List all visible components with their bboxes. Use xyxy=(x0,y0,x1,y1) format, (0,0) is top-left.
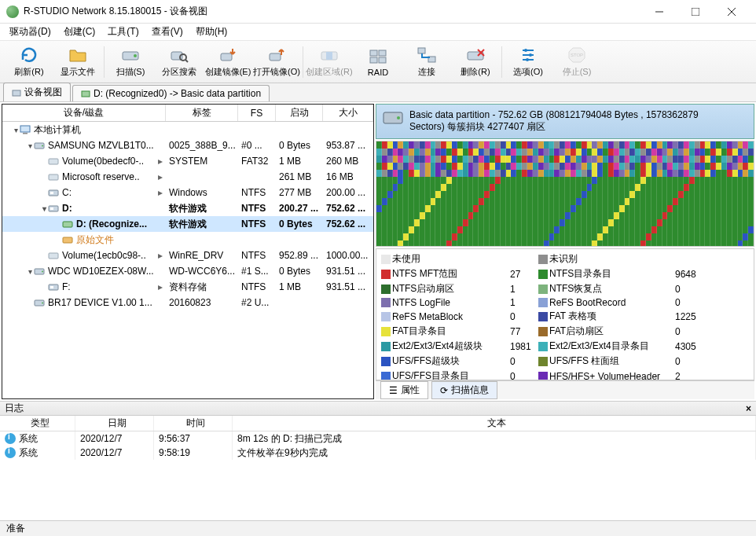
menu-view[interactable]: 查看(V) xyxy=(145,24,189,40)
col-device[interactable]: 设备/磁盘 xyxy=(2,105,166,121)
legend-swatch xyxy=(538,255,548,264)
tree-row[interactable]: 原始文件 xyxy=(2,232,373,248)
svg-point-26 xyxy=(529,53,532,57)
log-header: 日志 × xyxy=(0,402,756,416)
toolbar-showfiles-button[interactable]: 显示文件 xyxy=(53,42,102,82)
vol-icon xyxy=(48,172,59,182)
legend-value: 0 xyxy=(675,284,706,295)
svg-rect-14 xyxy=(379,50,386,56)
main-area: 设备/磁盘 标签 FS 启动 大小 ▾本地计算机▾SAMSUNG MZVLB1T… xyxy=(0,102,756,401)
tree-body[interactable]: ▾本地计算机▾SAMSUNG MZVLB1T0...0025_388B_9...… xyxy=(2,122,373,398)
tree-row[interactable]: C:▸WindowsNTFS277 MB200.00 ... xyxy=(2,185,373,200)
legend-value: 0 xyxy=(510,371,538,381)
svg-rect-39 xyxy=(50,192,53,194)
hdd-icon xyxy=(34,298,45,307)
log-col-time[interactable]: 时间 xyxy=(154,416,233,431)
tree-row[interactable]: ▾SAMSUNG MZVLB1T0...0025_388B_9...#0 ...… xyxy=(2,138,373,153)
openimage-icon xyxy=(266,46,288,64)
log-columns: 类型 日期 时间 文本 xyxy=(0,416,756,431)
hdd-icon xyxy=(383,109,403,128)
legend-value: 1 xyxy=(510,297,538,308)
tree-row[interactable]: ▾本地计算机 xyxy=(2,122,373,138)
log-col-type[interactable]: 类型 xyxy=(0,416,75,431)
close-button[interactable] xyxy=(714,0,750,24)
svg-point-5 xyxy=(134,54,137,57)
legend-value: 0 xyxy=(675,356,706,367)
document-tabs: 设备视图D: (Recognized0) -> Basic data parti… xyxy=(0,83,756,102)
toolbar-createimage-button[interactable]: 创建镜像(E) xyxy=(204,42,252,82)
legend-value: 77 xyxy=(510,326,538,337)
toolbar-removescan-button[interactable]: 删除(R) xyxy=(451,42,500,82)
doctab-1[interactable]: D: (Recognized0) -> Basic data partition xyxy=(72,85,270,101)
rec-icon xyxy=(62,219,73,229)
menu-help[interactable]: 帮助(H) xyxy=(189,24,234,40)
legend-label: FAT目录条目 xyxy=(392,325,510,338)
toolbar-regionsearch-button[interactable]: 分区搜索 xyxy=(155,42,204,82)
scan-map[interactable] xyxy=(376,141,754,247)
menu-create[interactable]: 创建(C) xyxy=(57,24,102,40)
legend-label: ReFS MetaBlock xyxy=(392,311,510,322)
legend-value: 9648 xyxy=(675,269,706,280)
legend-value: 0 xyxy=(675,297,706,308)
col-size[interactable]: 大小 xyxy=(323,105,373,121)
toolbar-refresh-button[interactable]: 刷新(R) xyxy=(5,42,53,82)
legend-label: NTFS启动扇区 xyxy=(392,282,510,296)
toolbar-createregion-button: 创建区域(R) xyxy=(305,42,354,82)
tab-properties[interactable]: ☰属性 xyxy=(380,381,428,399)
legend-label: Ext2/Ext3/Ext4目录条目 xyxy=(549,340,675,353)
tree-row[interactable]: ▾D:软件游戏NTFS200.27 ...752.62 ... xyxy=(2,200,373,216)
computer-icon xyxy=(20,125,31,134)
svg-point-46 xyxy=(42,271,43,273)
tree-row[interactable]: Volume(1ecb0c98-..▸WinRE_DRVNTFS952.89 .… xyxy=(2,248,373,263)
menu-drive[interactable]: 驱动器(D) xyxy=(3,24,57,40)
toolbar-openimage-button[interactable]: 打开镜像(O) xyxy=(252,42,301,82)
legend-swatch xyxy=(381,342,391,351)
options-icon xyxy=(517,46,539,64)
log-row[interactable]: 系统2020/12/79:56:378m 12s 的 D: 扫描已完成 xyxy=(0,431,756,446)
legend-label: 未识别 xyxy=(549,252,675,266)
tree-row[interactable]: BR17 DEVICE V1.00 1...20160823#2 U... xyxy=(2,295,373,310)
log-col-date[interactable]: 日期 xyxy=(75,416,154,431)
partition-info-text: Basic data partition - 752.62 GB (808121… xyxy=(409,109,699,134)
minimize-button[interactable] xyxy=(641,0,677,24)
regionsearch-icon xyxy=(168,46,190,64)
title-bar: R-STUDIO Network 8.15.180015 - 设备视图 xyxy=(0,0,756,24)
log-title: 日志 xyxy=(5,402,24,415)
log-row[interactable]: 系统2020/12/79:58:19文件枚举在9秒内完成 xyxy=(0,446,756,460)
legend-swatch xyxy=(381,327,391,336)
tab-scaninfo[interactable]: ⟳扫描信息 xyxy=(431,381,497,399)
vol-icon xyxy=(48,251,59,260)
log-body[interactable]: 系统2020/12/79:56:378m 12s 的 D: 扫描已完成系统202… xyxy=(0,431,756,520)
toolbar-options-button[interactable]: 选项(O) xyxy=(504,42,552,82)
doctab-0[interactable]: 设备视图 xyxy=(3,83,71,101)
info-icon xyxy=(5,447,16,458)
tree-header: 设备/磁盘 标签 FS 启动 大小 xyxy=(2,105,373,122)
col-fs[interactable]: FS xyxy=(238,105,276,121)
svg-rect-9 xyxy=(221,53,232,61)
log-close-icon[interactable]: × xyxy=(746,403,751,414)
tree-row[interactable]: Microsoft reserve..▸261 MB16 MB xyxy=(2,169,373,185)
hdd-icon xyxy=(34,141,45,150)
tree-row[interactable]: F:▸资料存储NTFS1 MB931.51 ... xyxy=(2,279,373,295)
svg-rect-31 xyxy=(82,91,90,97)
tree-row[interactable]: D: (Recognize...软件游戏NTFS0 Bytes752.62 ..… xyxy=(2,216,373,232)
tree-row[interactable]: ▾WDC WD10EZEX-08W...WD-WCC6Y6...#1 S...0… xyxy=(2,263,373,279)
svg-rect-10 xyxy=(270,53,281,61)
col-label[interactable]: 标签 xyxy=(166,105,238,121)
tree-row[interactable]: Volume(0bedecf0-..▸SYSTEMFAT321 MB260 MB xyxy=(2,153,373,169)
toolbar-connect-button[interactable]: 连接 xyxy=(402,42,451,82)
device-tree-panel: 设备/磁盘 标签 FS 启动 大小 ▾本地计算机▾SAMSUNG MZVLB1T… xyxy=(2,104,374,399)
legend-swatch xyxy=(538,372,548,381)
menu-tool[interactable]: 工具(T) xyxy=(101,24,145,40)
legend-swatch xyxy=(538,285,548,294)
toolbar-scan-button[interactable]: 扫描(S) xyxy=(106,42,155,82)
log-col-text[interactable]: 文本 xyxy=(233,416,756,431)
legend-swatch xyxy=(538,270,548,279)
maximize-button[interactable] xyxy=(677,0,714,24)
legend-swatch xyxy=(381,298,391,307)
toolbar-raid-button[interactable]: RAID xyxy=(354,42,402,82)
legend-swatch xyxy=(381,372,391,381)
status-bar: 准备 xyxy=(0,520,756,536)
col-start[interactable]: 启动 xyxy=(276,105,323,121)
status-text: 准备 xyxy=(6,522,25,535)
